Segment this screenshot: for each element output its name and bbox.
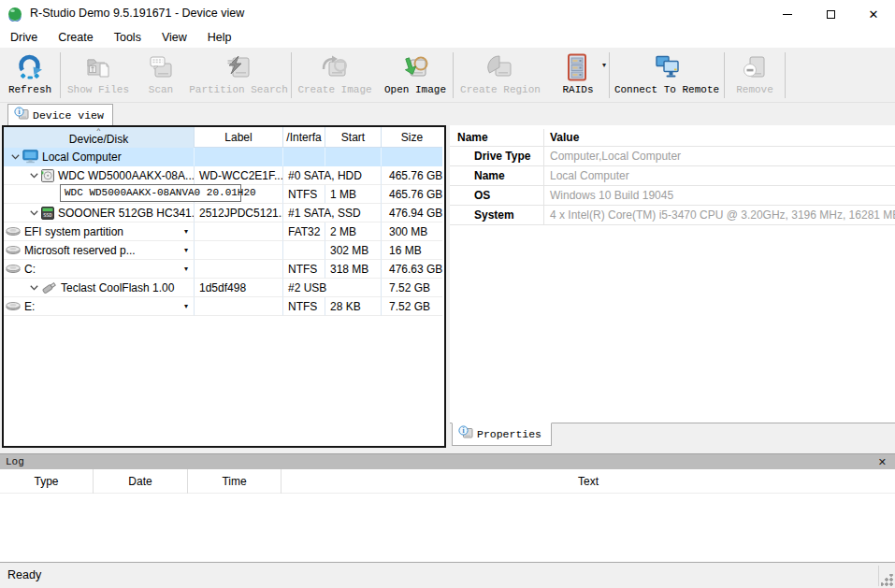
open-image-button[interactable]: Open Image bbox=[378, 49, 453, 102]
toolbar-label: Partition Search bbox=[189, 84, 288, 95]
tree-row-teclast-usb[interactable]: Teclast CoolFlash 1.00 1d5df498 #2 USB 7… bbox=[4, 279, 442, 297]
toolbar-label: Remove bbox=[736, 84, 773, 95]
property-row-os: OS Windows 10 Build 19045 bbox=[450, 186, 895, 206]
tab-device-view[interactable]: i Device view bbox=[7, 104, 113, 125]
log-column-text[interactable]: Text bbox=[281, 469, 895, 494]
partition-icon bbox=[6, 227, 21, 236]
tree-row-msr-partition[interactable]: Microsoft reserved p... ▾ 302 MB 16 MB bbox=[4, 241, 442, 260]
properties-column-divider bbox=[543, 129, 544, 225]
chevron-down-icon[interactable] bbox=[28, 285, 39, 291]
chevron-down-icon[interactable] bbox=[28, 173, 39, 179]
chevron-down-icon[interactable] bbox=[28, 210, 39, 216]
toolbar-label: Create Region bbox=[460, 84, 541, 95]
maximize-icon bbox=[827, 10, 835, 19]
toolbar-label: Create Image bbox=[297, 84, 371, 95]
scan-icon bbox=[148, 52, 174, 82]
menu-create[interactable]: Create bbox=[48, 28, 104, 49]
partition-dropdown-icon[interactable]: ▾ bbox=[184, 302, 188, 310]
hdd-icon bbox=[41, 169, 54, 182]
tab-properties[interactable]: i Properties bbox=[452, 423, 552, 446]
log-column-time[interactable]: Time bbox=[188, 469, 281, 494]
partition-dropdown-icon[interactable]: ▾ bbox=[184, 227, 188, 236]
menu-drive[interactable]: Drive bbox=[0, 28, 48, 49]
maximize-button[interactable] bbox=[809, 0, 852, 28]
tab-bar: i Device view bbox=[0, 103, 895, 125]
properties-grid: Name Value Drive Type Computer,Local Com… bbox=[450, 129, 895, 225]
tree-row-efi-partition[interactable]: EFI system partition ▾ FAT32 2 MB 300 MB bbox=[4, 222, 442, 241]
raids-dropdown-icon[interactable]: ▾ bbox=[602, 61, 606, 69]
info-icon: i bbox=[14, 107, 29, 124]
tree-row-wdc-hdd[interactable]: WDC WD5000AAKX-08A... WD-WCC2E1F... #0 S… bbox=[4, 166, 442, 185]
resize-grip-icon[interactable] bbox=[881, 574, 893, 586]
partition-icon bbox=[6, 302, 21, 310]
connect-to-remote-button[interactable]: Connect To Remote bbox=[610, 49, 724, 102]
partition-search-button[interactable]: Partition Search bbox=[186, 49, 291, 102]
toolbar-label: Scan bbox=[149, 84, 173, 95]
tree-row-c-drive[interactable]: C: ▾ NTFS 318 MB 476.63 GB bbox=[4, 260, 442, 279]
properties-header-value: Value bbox=[550, 129, 579, 146]
menu-help[interactable]: Help bbox=[197, 28, 242, 49]
svg-text:SSD: SSD bbox=[43, 211, 52, 217]
log-header: Type Date Time Text bbox=[0, 469, 895, 494]
connect-remote-icon bbox=[653, 52, 681, 82]
refresh-button[interactable]: Refresh bbox=[0, 49, 60, 102]
chevron-down-icon[interactable] bbox=[9, 154, 21, 160]
partition-icon bbox=[6, 246, 21, 254]
column-header-interface[interactable]: /Interfa bbox=[283, 127, 325, 148]
tab-properties-label: Properties bbox=[477, 428, 541, 440]
menu-view[interactable]: View bbox=[152, 28, 197, 49]
menu-bar: Drive Create Tools View Help bbox=[0, 28, 895, 49]
toolbar-label: Open Image bbox=[384, 84, 446, 95]
menu-tools[interactable]: Tools bbox=[104, 28, 152, 49]
column-header-device-disk[interactable]: ^ Device/Disk bbox=[4, 127, 195, 148]
log-column-type[interactable]: Type bbox=[0, 469, 94, 494]
tree-row-sooner-ssd[interactable]: SSD SOOONER 512GB HC341... 2512JPDC5121.… bbox=[4, 204, 442, 222]
device-name-tooltip: WDC WD5000AAKX-08ANVA0 20.01H20 bbox=[60, 184, 241, 202]
column-header-start[interactable]: Start bbox=[325, 127, 382, 148]
tree-row-e-drive[interactable]: E: ▾ NTFS 28 KB 7.52 GB bbox=[4, 297, 442, 316]
log-column-date[interactable]: Date bbox=[94, 469, 188, 494]
remove-icon bbox=[742, 52, 768, 82]
partition-search-icon bbox=[225, 52, 252, 82]
create-image-button[interactable]: Create Image bbox=[292, 49, 378, 102]
toolbar-separator bbox=[785, 52, 786, 98]
create-region-button[interactable]: Create Region bbox=[454, 49, 547, 102]
computer-icon bbox=[22, 150, 38, 164]
properties-panel: Name Value Drive Type Computer,Local Com… bbox=[450, 125, 895, 423]
app-logo-icon bbox=[7, 7, 22, 25]
title-bar: R-Studio Demo 9.5.191671 - Device view ✕ bbox=[0, 0, 895, 28]
log-body bbox=[0, 494, 895, 558]
svg-text:i: i bbox=[462, 426, 464, 435]
remove-button[interactable]: Remove bbox=[725, 49, 785, 102]
device-tree-header: ^ Device/Disk Label /Interfa Start Size bbox=[4, 127, 442, 148]
properties-header: Name Value bbox=[450, 129, 895, 147]
column-header-label[interactable]: Label bbox=[195, 127, 283, 148]
property-row-drive-type: Drive Type Computer,Local Computer bbox=[450, 147, 895, 166]
toolbar-label: Refresh bbox=[8, 84, 51, 95]
show-files-button[interactable]: Show Files bbox=[61, 49, 136, 102]
property-row-system: System 4 x Intel(R) Core(TM) i5-3470 CPU… bbox=[450, 206, 895, 225]
show-files-icon bbox=[84, 52, 112, 82]
close-button[interactable]: ✕ bbox=[852, 0, 895, 28]
partition-dropdown-icon[interactable]: ▾ bbox=[184, 265, 188, 273]
log-panel-titlebar: Log ✕ bbox=[0, 453, 895, 469]
scan-button[interactable]: Scan bbox=[136, 49, 186, 102]
tree-row-local-computer[interactable]: Local Computer bbox=[4, 148, 442, 166]
partition-dropdown-icon[interactable]: ▾ bbox=[184, 246, 188, 254]
property-row-name: Name Local Computer bbox=[450, 166, 895, 186]
partition-icon bbox=[6, 265, 21, 273]
open-image-icon bbox=[401, 52, 429, 82]
toolbar-label: RAIDs bbox=[562, 84, 593, 95]
info-icon: i bbox=[458, 425, 473, 443]
column-header-size[interactable]: Size bbox=[382, 127, 442, 148]
properties-header-name: Name bbox=[457, 129, 488, 146]
refresh-icon bbox=[17, 52, 43, 82]
raids-icon bbox=[566, 52, 590, 82]
close-icon: ✕ bbox=[869, 7, 879, 22]
log-panel-title: Log bbox=[6, 456, 24, 467]
log-close-icon[interactable]: ✕ bbox=[878, 455, 887, 469]
minimize-button[interactable] bbox=[766, 0, 809, 28]
raids-button[interactable]: ▾ RAIDs bbox=[547, 49, 609, 102]
toolbar-label: Connect To Remote bbox=[614, 84, 719, 95]
tab-device-view-label: Device view bbox=[33, 109, 104, 122]
